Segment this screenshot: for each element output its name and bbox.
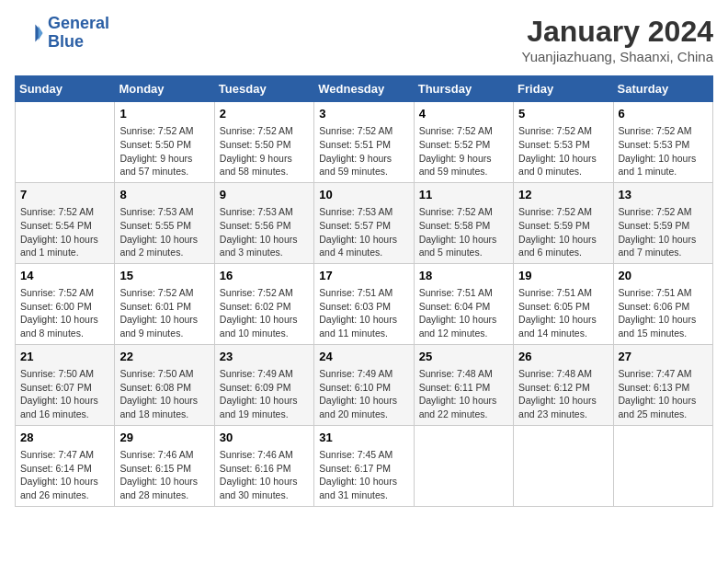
day-number: 20 bbox=[619, 268, 708, 284]
day-number: 16 bbox=[220, 268, 309, 284]
day-info: Sunrise: 7:52 AM Sunset: 5:54 PM Dayligh… bbox=[20, 205, 109, 259]
calendar-cell: 19Sunrise: 7:51 AM Sunset: 6:05 PM Dayli… bbox=[514, 263, 613, 344]
day-info: Sunrise: 7:53 AM Sunset: 5:57 PM Dayligh… bbox=[319, 205, 408, 259]
day-info: Sunrise: 7:53 AM Sunset: 5:55 PM Dayligh… bbox=[119, 205, 209, 259]
calendar-cell: 11Sunrise: 7:52 AM Sunset: 5:58 PM Dayli… bbox=[414, 182, 513, 263]
day-number: 1 bbox=[119, 106, 209, 122]
day-number: 11 bbox=[419, 187, 508, 203]
calendar-cell: 4Sunrise: 7:52 AM Sunset: 5:52 PM Daylig… bbox=[414, 102, 513, 183]
day-info: Sunrise: 7:52 AM Sunset: 5:53 PM Dayligh… bbox=[619, 124, 708, 178]
calendar-cell: 6Sunrise: 7:52 AM Sunset: 5:53 PM Daylig… bbox=[613, 102, 712, 183]
day-number: 2 bbox=[220, 106, 309, 122]
day-info: Sunrise: 7:46 AM Sunset: 6:16 PM Dayligh… bbox=[220, 448, 309, 502]
day-number: 14 bbox=[20, 268, 109, 284]
calendar-title: January 2024 bbox=[522, 15, 714, 49]
day-number: 3 bbox=[319, 106, 408, 122]
calendar-cell: 18Sunrise: 7:51 AM Sunset: 6:04 PM Dayli… bbox=[414, 263, 513, 344]
day-info: Sunrise: 7:45 AM Sunset: 6:17 PM Dayligh… bbox=[319, 448, 408, 502]
title-block: January 2024 Yuanjiazhuang, Shaanxi, Chi… bbox=[522, 15, 714, 64]
day-info: Sunrise: 7:52 AM Sunset: 5:59 PM Dayligh… bbox=[619, 205, 708, 259]
calendar-cell: 13Sunrise: 7:52 AM Sunset: 5:59 PM Dayli… bbox=[613, 182, 712, 263]
calendar-week-row: 1Sunrise: 7:52 AM Sunset: 5:50 PM Daylig… bbox=[16, 102, 713, 183]
calendar-cell: 12Sunrise: 7:52 AM Sunset: 5:59 PM Dayli… bbox=[514, 182, 613, 263]
calendar-week-row: 7Sunrise: 7:52 AM Sunset: 5:54 PM Daylig… bbox=[16, 182, 713, 263]
day-info: Sunrise: 7:49 AM Sunset: 6:10 PM Dayligh… bbox=[319, 367, 408, 421]
calendar-cell: 21Sunrise: 7:50 AM Sunset: 6:07 PM Dayli… bbox=[16, 344, 115, 425]
day-number: 21 bbox=[20, 349, 109, 365]
day-info: Sunrise: 7:52 AM Sunset: 5:59 PM Dayligh… bbox=[518, 205, 608, 259]
day-number: 22 bbox=[119, 349, 209, 365]
day-info: Sunrise: 7:52 AM Sunset: 6:00 PM Dayligh… bbox=[20, 286, 109, 340]
logo-line2: Blue bbox=[48, 32, 84, 51]
day-number: 7 bbox=[20, 187, 109, 203]
day-number: 23 bbox=[220, 349, 309, 365]
day-info: Sunrise: 7:52 AM Sunset: 5:58 PM Dayligh… bbox=[419, 205, 508, 259]
day-info: Sunrise: 7:47 AM Sunset: 6:14 PM Dayligh… bbox=[20, 448, 109, 502]
day-number: 4 bbox=[419, 106, 508, 122]
calendar-cell: 8Sunrise: 7:53 AM Sunset: 5:55 PM Daylig… bbox=[115, 182, 214, 263]
day-number: 26 bbox=[518, 349, 608, 365]
day-info: Sunrise: 7:52 AM Sunset: 5:50 PM Dayligh… bbox=[119, 124, 209, 178]
calendar-week-row: 21Sunrise: 7:50 AM Sunset: 6:07 PM Dayli… bbox=[16, 344, 713, 425]
day-number: 8 bbox=[119, 187, 209, 203]
calendar-cell: 30Sunrise: 7:46 AM Sunset: 6:16 PM Dayli… bbox=[214, 425, 313, 506]
calendar-cell: 15Sunrise: 7:52 AM Sunset: 6:01 PM Dayli… bbox=[115, 263, 214, 344]
day-info: Sunrise: 7:52 AM Sunset: 5:52 PM Dayligh… bbox=[419, 124, 508, 178]
calendar-week-row: 28Sunrise: 7:47 AM Sunset: 6:14 PM Dayli… bbox=[16, 425, 713, 506]
day-number: 13 bbox=[619, 187, 708, 203]
day-info: Sunrise: 7:52 AM Sunset: 5:53 PM Dayligh… bbox=[518, 124, 608, 178]
logo: General Blue bbox=[15, 15, 109, 52]
calendar-cell bbox=[613, 425, 712, 506]
day-number: 28 bbox=[20, 430, 109, 446]
calendar-cell: 2Sunrise: 7:52 AM Sunset: 5:50 PM Daylig… bbox=[214, 102, 313, 183]
day-info: Sunrise: 7:51 AM Sunset: 6:05 PM Dayligh… bbox=[518, 286, 608, 340]
day-number: 30 bbox=[220, 430, 309, 446]
calendar-cell: 20Sunrise: 7:51 AM Sunset: 6:06 PM Dayli… bbox=[613, 263, 712, 344]
calendar-cell: 29Sunrise: 7:46 AM Sunset: 6:15 PM Dayli… bbox=[115, 425, 214, 506]
day-number: 6 bbox=[619, 106, 708, 122]
day-number: 31 bbox=[319, 430, 408, 446]
day-number: 9 bbox=[220, 187, 309, 203]
calendar-cell: 23Sunrise: 7:49 AM Sunset: 6:09 PM Dayli… bbox=[214, 344, 313, 425]
calendar-cell: 25Sunrise: 7:48 AM Sunset: 6:11 PM Dayli… bbox=[414, 344, 513, 425]
day-info: Sunrise: 7:52 AM Sunset: 6:01 PM Dayligh… bbox=[119, 286, 209, 340]
page-header: General Blue January 2024 Yuanjiazhuang,… bbox=[15, 15, 713, 64]
calendar-cell: 3Sunrise: 7:52 AM Sunset: 5:51 PM Daylig… bbox=[314, 102, 414, 183]
calendar-cell: 17Sunrise: 7:51 AM Sunset: 6:03 PM Dayli… bbox=[314, 263, 414, 344]
day-number: 17 bbox=[319, 268, 408, 284]
day-info: Sunrise: 7:48 AM Sunset: 6:12 PM Dayligh… bbox=[518, 367, 608, 421]
day-info: Sunrise: 7:51 AM Sunset: 6:03 PM Dayligh… bbox=[319, 286, 408, 340]
calendar-cell: 16Sunrise: 7:52 AM Sunset: 6:02 PM Dayli… bbox=[214, 263, 313, 344]
logo-icon bbox=[15, 18, 44, 48]
calendar-cell: 5Sunrise: 7:52 AM Sunset: 5:53 PM Daylig… bbox=[514, 102, 613, 183]
day-info: Sunrise: 7:49 AM Sunset: 6:09 PM Dayligh… bbox=[220, 367, 309, 421]
day-info: Sunrise: 7:47 AM Sunset: 6:13 PM Dayligh… bbox=[619, 367, 708, 421]
calendar-cell: 22Sunrise: 7:50 AM Sunset: 6:08 PM Dayli… bbox=[115, 344, 214, 425]
day-number: 29 bbox=[119, 430, 209, 446]
calendar-cell: 24Sunrise: 7:49 AM Sunset: 6:10 PM Dayli… bbox=[314, 344, 414, 425]
day-number: 10 bbox=[319, 187, 408, 203]
calendar-cell: 27Sunrise: 7:47 AM Sunset: 6:13 PM Dayli… bbox=[613, 344, 712, 425]
logo-line1: General bbox=[48, 14, 109, 32]
day-info: Sunrise: 7:51 AM Sunset: 6:06 PM Dayligh… bbox=[619, 286, 708, 340]
day-info: Sunrise: 7:48 AM Sunset: 6:11 PM Dayligh… bbox=[419, 367, 508, 421]
day-info: Sunrise: 7:46 AM Sunset: 6:15 PM Dayligh… bbox=[119, 448, 209, 502]
column-header-tuesday: Tuesday bbox=[214, 76, 313, 102]
calendar-cell bbox=[414, 425, 513, 506]
calendar-cell: 9Sunrise: 7:53 AM Sunset: 5:56 PM Daylig… bbox=[214, 182, 313, 263]
day-number: 15 bbox=[119, 268, 209, 284]
calendar-cell: 31Sunrise: 7:45 AM Sunset: 6:17 PM Dayli… bbox=[314, 425, 414, 506]
svg-marker-1 bbox=[39, 26, 43, 40]
day-number: 12 bbox=[518, 187, 608, 203]
day-number: 27 bbox=[619, 349, 708, 365]
day-info: Sunrise: 7:50 AM Sunset: 6:07 PM Dayligh… bbox=[20, 367, 109, 421]
calendar-header-row: SundayMondayTuesdayWednesdayThursdayFrid… bbox=[16, 76, 713, 102]
calendar-subtitle: Yuanjiazhuang, Shaanxi, China bbox=[522, 49, 714, 64]
calendar-cell: 10Sunrise: 7:53 AM Sunset: 5:57 PM Dayli… bbox=[314, 182, 414, 263]
calendar-cell bbox=[514, 425, 613, 506]
calendar-table: SundayMondayTuesdayWednesdayThursdayFrid… bbox=[15, 75, 713, 507]
calendar-cell: 28Sunrise: 7:47 AM Sunset: 6:14 PM Dayli… bbox=[16, 425, 115, 506]
calendar-cell: 7Sunrise: 7:52 AM Sunset: 5:54 PM Daylig… bbox=[16, 182, 115, 263]
day-number: 25 bbox=[419, 349, 508, 365]
calendar-cell: 1Sunrise: 7:52 AM Sunset: 5:50 PM Daylig… bbox=[115, 102, 214, 183]
